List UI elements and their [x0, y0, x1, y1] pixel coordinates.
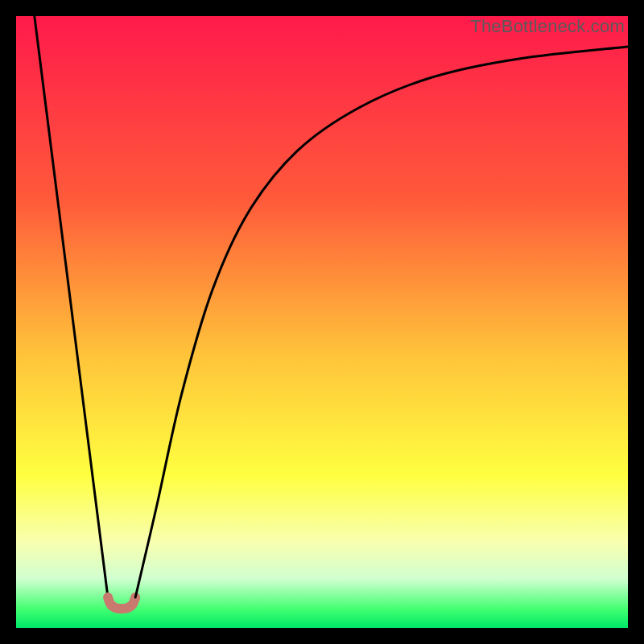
curve-right-arm [135, 47, 628, 597]
curve-left-arm [35, 16, 108, 597]
chart-curves [16, 16, 628, 628]
curve-valley-bump [108, 597, 135, 609]
chart-frame: TheBottleneck.com [16, 16, 628, 628]
watermark-text: TheBottleneck.com [470, 16, 625, 37]
